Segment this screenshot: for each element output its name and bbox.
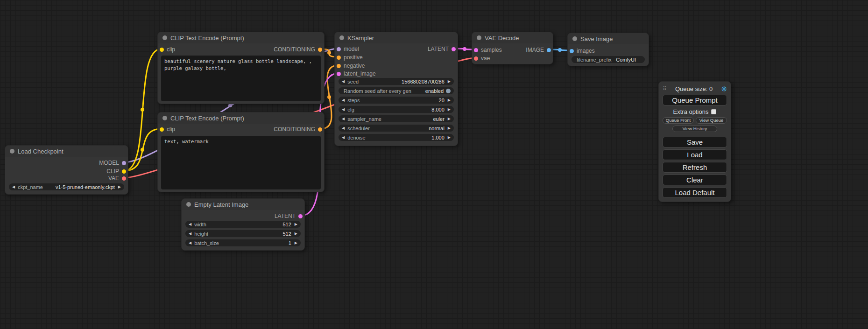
clear-button[interactable]: Clear (663, 175, 727, 185)
next-arrow-icon[interactable]: ▶ (448, 136, 451, 140)
next-arrow-icon[interactable]: ▶ (448, 108, 451, 112)
node-clip-text-encode-positive[interactable]: CLIP Text Encode (Prompt) clip CONDITION… (157, 32, 325, 104)
load-default-button[interactable]: Load Default (663, 187, 727, 198)
clip-port-icon[interactable] (160, 48, 164, 52)
conditioning-port-icon[interactable] (318, 48, 322, 52)
model-port-icon[interactable] (337, 47, 341, 51)
widget-steps[interactable]: ◀ steps 20 ▶ (339, 97, 454, 104)
clip-port-icon[interactable] (160, 127, 164, 132)
collapse-dot-icon[interactable] (477, 35, 481, 40)
input-port-positive[interactable]: positive (337, 54, 363, 61)
vae-port-icon[interactable] (474, 56, 478, 61)
collapse-dot-icon[interactable] (162, 116, 167, 120)
node-title-bar[interactable]: Empty Latent Image (182, 199, 304, 210)
widget-height[interactable]: ◀ height 512 ▶ (185, 230, 301, 237)
node-title-bar[interactable]: Save Image (568, 33, 649, 44)
output-port-model[interactable]: MODEL (99, 160, 126, 166)
input-port-model[interactable]: model (337, 46, 359, 52)
widget-ckpt-name[interactable]: ◀ ckpt_name v1-5-pruned-emaonly.ckpt ▶ (9, 183, 124, 190)
node-title-bar[interactable]: VAE Decode (472, 32, 553, 43)
clip-port-icon[interactable] (122, 169, 126, 174)
node-save-image[interactable]: Save Image images filename_prefix ComfyU… (567, 33, 649, 66)
node-graph-canvas[interactable]: Load Checkpoint MODEL CLIP VAE ◀ ckpt_na… (0, 0, 868, 329)
collapse-dot-icon[interactable] (10, 149, 14, 154)
widget-sampler-name[interactable]: ◀ sampler_name euler ▶ (339, 115, 454, 122)
node-vae-decode[interactable]: VAE Decode samples vae IMAGE (472, 32, 553, 64)
collapse-dot-icon[interactable] (162, 35, 167, 40)
conditioning-port-icon[interactable] (318, 127, 322, 132)
output-port-latent[interactable]: LATENT (275, 213, 303, 219)
conditioning-port-icon[interactable] (337, 64, 341, 68)
collapse-dot-icon[interactable] (339, 35, 344, 40)
view-history-button[interactable]: View History (672, 126, 718, 132)
output-port-conditioning[interactable]: CONDITIONING (274, 126, 322, 133)
next-arrow-icon[interactable]: ▶ (448, 117, 451, 121)
toggle-knob-icon[interactable] (446, 89, 451, 93)
input-port-clip[interactable]: clip (160, 126, 175, 133)
settings-gear-icon[interactable]: ❋ (721, 85, 727, 92)
prev-arrow-icon[interactable]: ◀ (342, 108, 345, 112)
node-title-bar[interactable]: CLIP Text Encode (Prompt) (158, 32, 324, 43)
widget-width[interactable]: ◀ width 512 ▶ (185, 221, 301, 228)
drag-handle-icon[interactable]: ⠿ (663, 85, 667, 92)
prev-arrow-icon[interactable]: ◀ (342, 98, 345, 102)
image-port-icon[interactable] (570, 49, 574, 53)
output-port-conditioning[interactable]: CONDITIONING (274, 46, 322, 53)
input-port-samples[interactable]: samples (474, 47, 502, 53)
prev-arrow-icon[interactable]: ◀ (342, 136, 345, 140)
vae-port-icon[interactable] (122, 176, 126, 181)
node-clip-text-encode-negative[interactable]: CLIP Text Encode (Prompt) clip CONDITION… (157, 112, 325, 192)
input-port-vae[interactable]: vae (474, 55, 490, 62)
widget-filename-prefix[interactable]: filename_prefix ComfyUI (572, 56, 645, 63)
input-port-latent-image[interactable]: latent_image (337, 70, 376, 77)
node-title-bar[interactable]: Load Checkpoint (5, 146, 128, 157)
load-button[interactable]: Load (663, 149, 727, 160)
output-port-latent[interactable]: LATENT (428, 46, 456, 52)
widget-batch-size[interactable]: ◀ batch_size 1 ▶ (185, 239, 301, 246)
prev-arrow-icon[interactable]: ◀ (12, 185, 15, 189)
image-port-icon[interactable] (547, 48, 551, 52)
next-arrow-icon[interactable]: ▶ (448, 98, 451, 102)
next-arrow-icon[interactable]: ▶ (295, 223, 297, 226)
positive-prompt-textarea[interactable]: beautiful scenery nature glass bottle la… (161, 56, 321, 101)
view-queue-button[interactable]: View Queue (696, 117, 727, 124)
collapse-dot-icon[interactable] (572, 36, 577, 41)
node-title-bar[interactable]: KSampler (335, 32, 458, 43)
node-empty-latent-image[interactable]: Empty Latent Image LATENT ◀ width 512 ▶ … (181, 198, 305, 251)
node-title-bar[interactable]: CLIP Text Encode (Prompt) (158, 112, 324, 124)
collapse-dot-icon[interactable] (186, 202, 191, 207)
widget-random-seed-toggle[interactable]: Random seed after every gen enabled (339, 87, 454, 94)
refresh-button[interactable]: Refresh (663, 162, 727, 173)
widget-seed[interactable]: ◀ seed 156680208700286 ▶ (339, 78, 454, 85)
input-port-clip[interactable]: clip (160, 46, 175, 53)
latent-port-icon[interactable] (452, 47, 456, 51)
widget-cfg[interactable]: ◀ cfg 8.000 ▶ (339, 106, 454, 113)
prev-arrow-icon[interactable]: ◀ (342, 117, 345, 121)
node-load-checkpoint[interactable]: Load Checkpoint MODEL CLIP VAE ◀ ckpt_na… (5, 145, 128, 195)
node-ksampler[interactable]: KSampler model positive negative latent_… (334, 32, 458, 146)
negative-prompt-textarea[interactable]: text, watermark (161, 136, 321, 189)
latent-port-icon[interactable] (337, 72, 341, 76)
queue-prompt-button[interactable]: Queue Prompt (663, 95, 727, 105)
conditioning-port-icon[interactable] (337, 56, 341, 60)
next-arrow-icon[interactable]: ▶ (448, 80, 451, 84)
prev-arrow-icon[interactable]: ◀ (189, 241, 191, 245)
extra-options-checkbox[interactable] (711, 109, 716, 114)
next-arrow-icon[interactable]: ▶ (448, 126, 451, 130)
input-port-negative[interactable]: negative (337, 63, 365, 69)
output-port-clip[interactable]: CLIP (106, 168, 126, 175)
prev-arrow-icon[interactable]: ◀ (189, 232, 191, 236)
widget-denoise[interactable]: ◀ denoise 1.000 ▶ (339, 134, 454, 141)
next-arrow-icon[interactable]: ▶ (295, 241, 297, 245)
queue-front-button[interactable]: Queue Front (663, 117, 694, 124)
prev-arrow-icon[interactable]: ◀ (342, 80, 345, 84)
model-port-icon[interactable] (122, 161, 126, 165)
prev-arrow-icon[interactable]: ◀ (189, 223, 191, 226)
save-button[interactable]: Save (663, 137, 727, 147)
prev-arrow-icon[interactable]: ◀ (342, 126, 345, 130)
output-port-vae[interactable]: VAE (108, 175, 126, 182)
output-port-image[interactable]: IMAGE (526, 47, 551, 53)
latent-port-icon[interactable] (298, 214, 303, 218)
widget-scheduler[interactable]: ◀ scheduler normal ▶ (339, 125, 454, 132)
next-arrow-icon[interactable]: ▶ (295, 232, 297, 236)
